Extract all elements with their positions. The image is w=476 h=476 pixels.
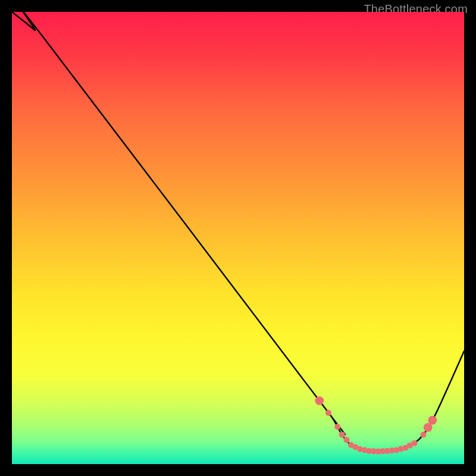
curve-marker [421,432,427,438]
curve-marker [339,432,345,438]
curve-marker [343,437,349,443]
curve-marker [315,396,324,405]
curve-marker [428,416,437,425]
curve-marker [325,410,331,416]
curve-marker [334,424,340,430]
curve-marker [411,440,417,446]
chart-gradient-background [12,12,464,464]
chart-frame: TheBottleneck.com [12,12,464,464]
bottleneck-chart [12,12,464,464]
